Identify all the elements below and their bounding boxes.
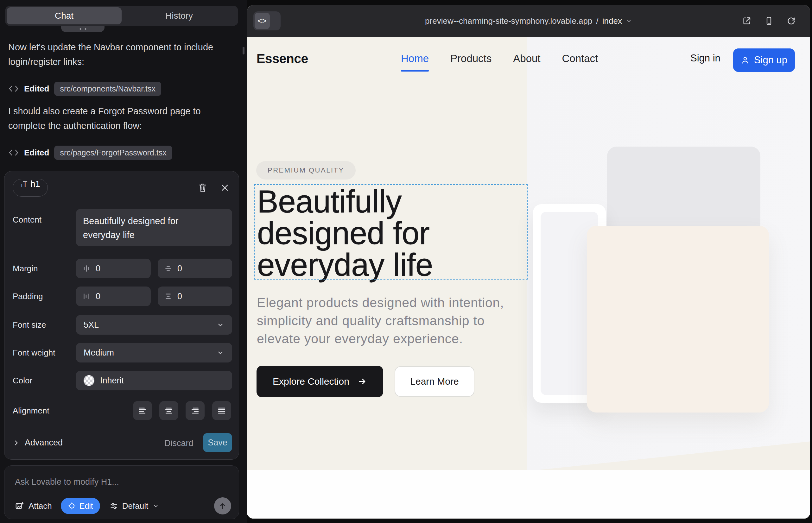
arrow-up-icon — [218, 502, 227, 510]
font-weight-label: Font weight — [13, 348, 55, 358]
hero-paragraph: Elegant products designed with intention… — [257, 294, 504, 348]
crosshair-icon — [68, 502, 76, 510]
learn-more-button[interactable]: Learn More — [394, 366, 474, 397]
align-right-button[interactable] — [186, 401, 205, 420]
padding-label: Padding — [13, 292, 43, 301]
delete-element-button[interactable] — [196, 181, 209, 194]
align-left-button[interactable] — [133, 401, 152, 420]
open-external-icon[interactable] — [742, 16, 752, 26]
assistant-message: Now let's update the Navbar component to… — [8, 40, 217, 69]
padding-y-icon — [164, 292, 172, 301]
font-size-label: Font size — [13, 320, 46, 330]
edit-mode-button[interactable]: Edit — [61, 498, 100, 514]
assistant-message: I should also create a Forgot Password p… — [8, 104, 217, 133]
color-swatch — [84, 375, 94, 386]
color-input[interactable]: Inherit — [76, 371, 232, 390]
sign-up-button[interactable]: Sign up — [733, 49, 795, 72]
text-size-icon: тT — [21, 180, 27, 189]
app: Chat History Now let's update the Navbar… — [0, 0, 812, 523]
url-bar[interactable]: preview--charming-site-symphony.lovable.… — [247, 5, 810, 37]
margin-y-input[interactable]: 0 — [158, 259, 232, 278]
element-tag-pill[interactable]: тT h1 — [13, 179, 48, 197]
close-panel-button[interactable] — [218, 181, 231, 194]
nav-contact[interactable]: Contact — [562, 53, 598, 65]
site-nav: Home Products About Contact — [401, 51, 598, 67]
edited-file-row: Edited src/pages/ForgotPassword.tsx — [8, 146, 172, 160]
element-editor-panel: тT h1 Content Beautifully designed for e… — [4, 171, 239, 460]
chat-input-placeholder: Ask Lovable to modify H1... — [15, 477, 119, 487]
next-section — [247, 470, 810, 519]
edited-label: Edited — [24, 84, 49, 94]
site-page: Essence Home Products About Contact Sign… — [247, 37, 810, 519]
nav-home[interactable]: Home — [401, 53, 429, 65]
chevron-right-icon — [13, 439, 20, 446]
margin-y-icon — [164, 264, 172, 273]
discard-button[interactable]: Discard — [164, 438, 194, 448]
scrollbar-thumb[interactable] — [243, 47, 245, 54]
site-logo[interactable]: Essence — [257, 51, 308, 66]
chevron-down-icon — [216, 348, 225, 357]
edited-label: Edited — [24, 148, 49, 158]
code-icon — [8, 85, 19, 93]
settings-sliders-icon — [110, 502, 118, 510]
premium-quality-badge: PREMIUM QUALITY — [256, 161, 356, 180]
sign-in-link[interactable]: Sign in — [690, 53, 721, 64]
save-button[interactable]: Save — [203, 433, 232, 452]
content-textarea[interactable]: Beautifully designed for everyday life — [76, 209, 232, 246]
browser-toolbar: <> preview--charming-site-symphony.lovab… — [247, 5, 810, 37]
padding-y-input[interactable]: 0 — [158, 287, 232, 306]
model-default-button[interactable]: Default — [110, 501, 159, 511]
chevron-down-icon — [152, 502, 159, 509]
user-icon — [741, 56, 749, 65]
url-page: index — [602, 16, 622, 26]
chat-input-box[interactable]: Ask Lovable to modify H1... Attach Edit … — [4, 465, 239, 519]
mobile-view-icon[interactable] — [764, 16, 774, 26]
edited-file-row: Edited src/components/Navbar.tsx — [8, 82, 161, 96]
padding-x-icon — [82, 292, 91, 301]
code-icon — [8, 148, 19, 157]
nav-products[interactable]: Products — [450, 53, 492, 65]
url-host: preview--charming-site-symphony.lovable.… — [425, 16, 592, 26]
preview-panel: <> preview--charming-site-symphony.lovab… — [247, 5, 810, 519]
nav-about[interactable]: About — [513, 53, 540, 65]
chevron-down-icon — [626, 18, 632, 24]
align-center-button[interactable] — [159, 401, 178, 420]
margin-label: Margin — [13, 264, 38, 273]
send-button[interactable] — [214, 497, 231, 515]
attach-image-icon — [15, 501, 24, 511]
font-size-select[interactable]: 5XL — [76, 315, 232, 335]
refresh-icon[interactable] — [786, 16, 796, 26]
margin-x-input[interactable]: 0 — [76, 259, 151, 278]
arrow-right-icon — [357, 377, 367, 386]
decorative-card-beige — [587, 226, 769, 413]
chat-history-tabs: Chat History — [5, 6, 238, 26]
advanced-toggle[interactable]: Advanced — [13, 438, 63, 448]
file-path-chip[interactable]: src/pages/ForgotPassword.tsx — [54, 146, 172, 160]
tab-chat[interactable]: Chat — [7, 7, 122, 24]
content-label: Content — [13, 215, 41, 225]
padding-x-input[interactable]: 0 — [76, 287, 151, 306]
chat-sidebar: Chat History Now let's update the Navbar… — [0, 0, 247, 523]
margin-x-icon — [82, 264, 91, 273]
font-weight-select[interactable]: Medium — [76, 343, 232, 362]
explore-collection-button[interactable]: Explore Collection — [257, 366, 383, 397]
chevron-down-icon — [216, 321, 225, 329]
selection-outline — [254, 184, 528, 279]
alignment-label: Alignment — [13, 406, 49, 416]
align-justify-button[interactable] — [212, 401, 231, 420]
url-separator: / — [596, 16, 599, 26]
tab-history[interactable]: History — [122, 7, 236, 24]
color-label: Color — [13, 376, 32, 385]
file-path-chip[interactable]: src/components/Navbar.tsx — [54, 82, 161, 96]
attach-button[interactable]: Attach — [15, 501, 52, 511]
